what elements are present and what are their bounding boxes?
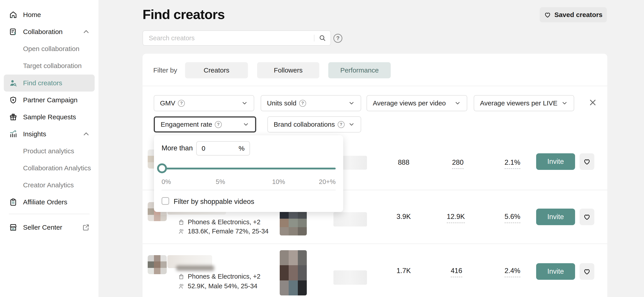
question-mark-icon: ? [299, 100, 306, 107]
sidebar: Home Collaboration Open collaboration Ta… [0, 0, 98, 297]
creator-audience-text: 52.9K, Male 54%, 25-34 [188, 282, 257, 290]
collaboration-icon [9, 27, 18, 36]
filter-chip-average-viewers[interactable]: Average viewers per LIVE [474, 95, 574, 111]
sidebar-item-sample-requests[interactable]: Sample Requests [4, 108, 95, 126]
sidebar-item-seller-center[interactable]: Seller Center [4, 219, 95, 236]
tab-performance[interactable]: Performance [328, 62, 391, 78]
favorite-button[interactable] [580, 263, 594, 280]
shoppable-videos-label[interactable]: Filter by shoppable videos [174, 198, 254, 206]
sidebar-item-product-analytics[interactable]: Product analytics [4, 142, 95, 160]
engagement-slider-track[interactable] [162, 168, 336, 170]
heart-icon [583, 158, 591, 166]
filter-chip-units-sold[interactable]: Units sold ? [261, 95, 361, 111]
search-input[interactable] [143, 34, 314, 42]
chip-label: Engagement rate [161, 121, 212, 128]
tab-creators[interactable]: Creators [185, 62, 248, 78]
popover-divider [162, 190, 336, 190]
external-link-icon [82, 224, 90, 231]
metric-value: 888 [398, 158, 410, 166]
chevron-down-icon [242, 121, 249, 128]
creator-categories: Phones & Electronics, +2 [178, 218, 260, 226]
sidebar-item-creator-analytics[interactable]: Creator Analytics [4, 176, 95, 194]
metric-value[interactable]: 2.4% [504, 267, 520, 277]
shoppable-videos-checkbox[interactable] [162, 197, 169, 205]
sidebar-item-home[interactable]: Home [4, 6, 95, 23]
tab-followers[interactable]: Followers [257, 62, 319, 78]
person-search-icon [9, 78, 18, 88]
audience-icon [178, 228, 184, 235]
creator-categories: Phones & Electronics, +2 [178, 273, 260, 280]
sidebar-item-insights[interactable]: Insights [4, 126, 95, 142]
trend-sparkline [334, 270, 367, 285]
question-mark-icon: ? [215, 121, 222, 128]
video-thumbnail[interactable] [280, 210, 307, 236]
filter-chip-brand-collaborations[interactable]: Brand collaborations ? [268, 116, 361, 132]
filter-by-label: Filter by [153, 62, 177, 78]
sidebar-item-label: Partner Campaign [23, 96, 78, 104]
engagement-rate-popover: More than 0 % 0% 5% 10% 20+% Filter by s… [154, 135, 343, 212]
slider-tick: 10% [272, 178, 285, 186]
storefront-icon [9, 223, 18, 232]
filter-chip-average-views[interactable]: Average views per video [366, 95, 467, 111]
trend-sparkline [334, 212, 367, 226]
sidebar-item-label: Home [23, 11, 41, 18]
clipboard-icon [9, 198, 18, 206]
audience-icon [178, 283, 184, 290]
shopping-bag-icon [178, 219, 184, 226]
chevron-up-icon[interactable] [82, 28, 90, 35]
tab-label: Creators [204, 66, 229, 74]
chip-label: GMV [160, 99, 175, 107]
filters-and-results-card: Filter by Creators Followers Performance… [142, 54, 607, 297]
metric-value: 1.7K [396, 267, 411, 275]
sidebar-item-label: Collaboration Analytics [23, 164, 91, 172]
sidebar-item-open-collaboration[interactable]: Open collaboration [4, 40, 95, 57]
invite-button[interactable]: Invite [536, 263, 575, 280]
filter-chip-gmv[interactable]: GMV ? [154, 95, 254, 111]
sidebar-item-label: Collaboration [23, 28, 63, 36]
shield-star-icon [9, 96, 18, 104]
metric-value[interactable]: 2.1% [504, 158, 520, 169]
saved-creators-button[interactable]: Saved creators [540, 7, 607, 22]
sidebar-item-label: Product analytics [23, 147, 74, 155]
invite-button[interactable]: Invite [536, 208, 575, 225]
favorite-button[interactable] [580, 153, 594, 170]
sidebar-item-affiliate-orders[interactable]: Affiliate Orders [4, 194, 95, 210]
filter-chip-engagement-rate[interactable]: Engagement rate ? [154, 116, 256, 132]
help-icon[interactable]: ? [334, 34, 342, 43]
sidebar-item-partner-campaign[interactable]: Partner Campaign [4, 92, 95, 108]
chevron-down-icon [348, 121, 355, 128]
sidebar-item-find-creators[interactable]: Find creators [4, 74, 95, 92]
metric-value[interactable]: 416 [451, 267, 462, 277]
chevron-up-icon[interactable] [82, 130, 90, 138]
sidebar-item-collaboration[interactable]: Collaboration [4, 23, 95, 40]
slider-tick: 0% [162, 178, 171, 186]
chip-label: Units sold [267, 99, 296, 107]
sidebar-item-target-collaboration[interactable]: Target collaboration [4, 57, 95, 74]
page-title: Find creators [142, 7, 225, 22]
favorite-button[interactable] [580, 208, 594, 225]
invite-button[interactable]: Invite [536, 153, 575, 170]
question-mark-icon: ? [178, 100, 185, 107]
more-than-label: More than [162, 144, 193, 152]
engagement-slider-handle[interactable] [157, 164, 167, 173]
sidebar-item-label: Open collaboration [23, 45, 80, 52]
chevron-down-icon [241, 100, 248, 106]
creator-avatar[interactable] [148, 255, 167, 274]
sidebar-item-collaboration-analytics[interactable]: Collaboration Analytics [4, 160, 95, 176]
bar-chart-icon [9, 130, 18, 138]
home-icon [9, 10, 18, 19]
close-filters-icon[interactable] [588, 98, 598, 108]
chip-label: Average views per video [373, 99, 446, 107]
engagement-value-input[interactable]: 0 % [196, 141, 250, 156]
metric-value[interactable]: 5.6% [504, 212, 520, 223]
metric-value[interactable]: 280 [452, 158, 464, 169]
metric-value[interactable]: 12.9K [447, 212, 465, 223]
heart-icon [544, 11, 551, 18]
percent-unit: % [238, 144, 244, 152]
creator-row: Phones & Electronics, +2 52.9K, Male 54%… [142, 244, 607, 297]
search-icon[interactable] [314, 34, 330, 42]
sidebar-item-label: Affiliate Orders [23, 198, 67, 206]
chip-label: Average viewers per LIVE [480, 99, 558, 107]
heart-icon [583, 213, 591, 221]
video-thumbnail[interactable] [280, 250, 307, 296]
